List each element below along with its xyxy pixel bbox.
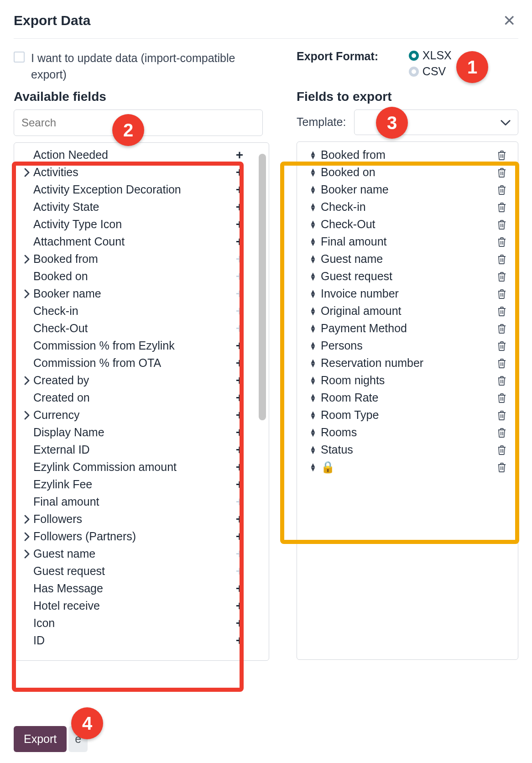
add-field-icon[interactable]: + [236, 183, 243, 196]
export-field-row[interactable]: ▲▼Rooms [297, 424, 518, 441]
available-field-row[interactable]: Activity Exception Decoration+ [14, 181, 269, 199]
available-field-row[interactable]: Booker name+ [14, 285, 269, 303]
trash-icon[interactable] [497, 167, 507, 178]
add-field-icon[interactable]: + [236, 409, 243, 422]
add-field-icon[interactable]: + [236, 530, 243, 543]
available-field-row[interactable]: Hotel receive+ [14, 597, 269, 615]
trash-icon[interactable] [497, 150, 507, 161]
drag-handle-icon[interactable]: ▲▼ [308, 290, 318, 298]
export-button[interactable]: Export [14, 726, 67, 752]
trash-icon[interactable] [497, 340, 507, 351]
available-field-row[interactable]: Icon+ [14, 615, 269, 632]
trash-icon[interactable] [497, 375, 507, 386]
chevron-right-icon[interactable] [22, 289, 31, 299]
available-field-row[interactable]: Final amount+ [14, 493, 269, 511]
update-data-option[interactable]: I want to update data (import-compatible… [14, 50, 269, 83]
trash-icon[interactable] [497, 236, 507, 247]
add-field-icon[interactable]: + [236, 513, 243, 526]
available-field-row[interactable]: Followers+ [14, 511, 269, 528]
export-field-row[interactable]: ▲▼Room nights [297, 372, 518, 389]
trash-icon[interactable] [497, 410, 507, 421]
available-field-row[interactable]: Commission % from OTA+ [14, 355, 269, 372]
trash-icon[interactable] [497, 202, 507, 213]
export-field-row[interactable]: ▲▼Room Type [297, 407, 518, 424]
scrollbar-track[interactable] [259, 154, 266, 649]
add-field-icon[interactable]: + [236, 426, 243, 439]
add-field-icon[interactable]: + [236, 340, 243, 352]
drag-handle-icon[interactable]: ▲▼ [308, 203, 318, 211]
trash-icon[interactable] [497, 427, 507, 438]
available-fields-list[interactable]: Action Needed+Activities+Activity Except… [14, 143, 269, 660]
chevron-right-icon[interactable] [22, 376, 31, 386]
available-field-row[interactable]: Booked from+ [14, 251, 269, 268]
export-field-row[interactable]: ▲▼Payment Method [297, 320, 518, 337]
export-field-row[interactable]: ▲▼Check-Out [297, 216, 518, 233]
available-field-row[interactable]: Ezylink Commission amount+ [14, 459, 269, 476]
available-field-row[interactable]: Guest name+ [14, 545, 269, 563]
chevron-right-icon[interactable] [22, 549, 31, 559]
add-field-icon[interactable]: + [236, 374, 243, 387]
add-field-icon[interactable]: + [236, 634, 243, 647]
available-field-row[interactable]: Ezylink Fee+ [14, 476, 269, 493]
drag-handle-icon[interactable]: ▲▼ [308, 342, 318, 350]
chevron-right-icon[interactable] [22, 167, 31, 178]
export-field-row[interactable]: ▲▼Booker name [297, 181, 518, 199]
export-field-row[interactable]: ▲▼Guest request [297, 268, 518, 285]
trash-icon[interactable] [497, 462, 507, 473]
chevron-right-icon[interactable] [22, 254, 31, 264]
export-field-row[interactable]: ▲▼Guest name [297, 251, 518, 268]
add-field-icon[interactable]: + [236, 582, 243, 595]
drag-handle-icon[interactable]: ▲▼ [308, 255, 318, 263]
export-field-row[interactable]: ▲▼Check-in [297, 199, 518, 216]
export-field-row[interactable]: ▲▼Reservation number [297, 355, 518, 372]
export-field-row[interactable]: ▲▼Invoice number [297, 285, 518, 303]
available-field-row[interactable]: Activity State+ [14, 199, 269, 216]
add-field-icon[interactable]: + [236, 218, 243, 231]
radio-xlsx[interactable] [409, 51, 419, 61]
available-field-row[interactable]: ID+ [14, 632, 269, 649]
export-field-row[interactable]: ▲▼Final amount [297, 233, 518, 251]
available-field-row[interactable]: Check-Out+ [14, 320, 269, 337]
add-field-icon[interactable]: + [236, 478, 243, 491]
drag-handle-icon[interactable]: ▲▼ [308, 394, 318, 402]
export-field-row[interactable]: ▲▼Persons [297, 337, 518, 355]
trash-icon[interactable] [497, 254, 507, 265]
export-field-row[interactable]: ▲▼Original amount [297, 303, 518, 320]
available-field-row[interactable]: Guest request+ [14, 563, 269, 580]
drag-handle-icon[interactable]: ▲▼ [308, 168, 318, 176]
available-field-row[interactable]: Activity Type Icon+ [14, 216, 269, 233]
available-field-row[interactable]: Booked on+ [14, 268, 269, 285]
add-field-icon[interactable]: + [236, 444, 243, 456]
drag-handle-icon[interactable]: ▲▼ [308, 186, 318, 193]
drag-handle-icon[interactable]: ▲▼ [308, 446, 318, 454]
export-field-row[interactable]: ▲▼Status [297, 441, 518, 459]
export-field-row[interactable]: ▲▼Booked on [297, 164, 518, 181]
trash-icon[interactable] [497, 271, 507, 282]
available-field-row[interactable]: Activities+ [14, 164, 269, 181]
drag-handle-icon[interactable]: ▲▼ [308, 411, 318, 419]
update-data-checkbox[interactable] [14, 52, 25, 63]
available-field-row[interactable]: Followers (Partners)+ [14, 528, 269, 545]
radio-option-xlsx[interactable]: XLSX [409, 49, 452, 62]
available-field-row[interactable]: Has Message+ [14, 580, 269, 597]
drag-handle-icon[interactable]: ▲▼ [308, 307, 318, 315]
add-field-icon[interactable]: + [236, 235, 243, 248]
available-field-row[interactable]: Commission % from Ezylink+ [14, 337, 269, 355]
add-field-icon[interactable]: + [236, 201, 243, 214]
drag-handle-icon[interactable]: ▲▼ [308, 220, 318, 228]
add-field-icon[interactable]: + [236, 149, 243, 162]
add-field-icon[interactable]: + [236, 600, 243, 612]
add-field-icon[interactable]: + [236, 617, 243, 630]
add-field-icon[interactable]: + [236, 357, 243, 370]
export-field-row[interactable]: ▲▼Booked from [297, 146, 518, 164]
radio-option-csv[interactable]: CSV [409, 65, 452, 78]
available-field-row[interactable]: Currency+ [14, 407, 269, 424]
trash-icon[interactable] [497, 184, 507, 195]
drag-handle-icon[interactable]: ▲▼ [308, 324, 318, 332]
chevron-right-icon[interactable] [22, 532, 31, 542]
add-field-icon[interactable]: + [236, 392, 243, 404]
trash-icon[interactable] [497, 323, 507, 334]
trash-icon[interactable] [497, 392, 507, 403]
add-field-icon[interactable]: + [236, 461, 243, 474]
drag-handle-icon[interactable]: ▲▼ [308, 151, 318, 159]
